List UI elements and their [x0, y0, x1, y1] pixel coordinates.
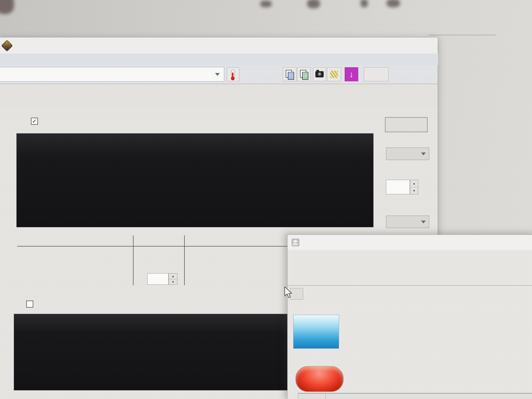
stepper-up-button[interactable]: [410, 180, 418, 187]
cdi-drive-strip: [288, 262, 532, 286]
photo-blur-blob: [260, 1, 272, 7]
copy-image-icon: [300, 70, 308, 79]
thermometer-icon: [231, 70, 235, 79]
table-divider: [184, 235, 185, 285]
export-icon: [330, 71, 338, 78]
down-arrow-icon: ↓: [349, 70, 354, 78]
maximize-button[interactable]: [393, 42, 407, 51]
stepper-up-button[interactable]: [169, 274, 177, 279]
transfer-rate-chart: [16, 133, 374, 227]
screenshot-button[interactable]: [313, 67, 326, 81]
copy-text-button[interactable]: [283, 67, 296, 81]
block-size-checkbox[interactable]: [26, 301, 33, 308]
cdi-titlebar[interactable]: [288, 235, 532, 250]
tab-row-upper: [0, 85, 438, 97]
file-length-stepper: [410, 180, 418, 194]
hdtune-titlebar[interactable]: [0, 37, 438, 54]
background-edge-line: [429, 35, 496, 35]
health-status-box[interactable]: [293, 315, 339, 349]
close-button[interactable]: [410, 42, 423, 51]
cdi-menubar: [288, 250, 532, 262]
start-button[interactable]: [385, 117, 428, 132]
copy-image-button[interactable]: [297, 67, 311, 81]
cdi-app-icon: [292, 239, 299, 246]
minimize-button[interactable]: [376, 42, 390, 51]
transfer-rate-checkbox[interactable]: [31, 118, 38, 125]
target-drive-select[interactable]: [386, 148, 429, 160]
save-results-button[interactable]: [327, 67, 341, 81]
hdtune-app-icon: [1, 40, 13, 51]
file-length-input[interactable]: [386, 180, 410, 194]
data-mode-select[interactable]: [386, 216, 429, 228]
chevron-down-icon: [421, 221, 426, 223]
copy-icon: [286, 70, 294, 79]
stepper-down-button[interactable]: [410, 187, 418, 194]
queue-depth-input[interactable]: [147, 273, 169, 285]
queue-depth-stepper: [169, 273, 177, 285]
temperature-button[interactable]: [227, 67, 239, 81]
toolbar-separator: [0, 84, 438, 84]
mouse-cursor: [284, 287, 293, 298]
chevron-down-icon: [421, 152, 426, 155]
temperature-box: [295, 366, 344, 392]
table-header-line: [17, 246, 287, 247]
smart-table-header: [298, 393, 532, 399]
tab-row-lower: [0, 97, 438, 108]
stepper-down-button[interactable]: [169, 279, 177, 285]
photo-blur-blob: [307, 0, 320, 8]
exit-button[interactable]: [364, 67, 388, 81]
photo-blur-blob: [387, 0, 400, 7]
table-divider: [133, 235, 134, 285]
chevron-down-icon: [215, 73, 220, 76]
hdtune-menubar: [0, 54, 438, 65]
photo-blur-blob: [0, 0, 14, 14]
photo-blur-blob: [361, 0, 368, 7]
smart-header-divider: [325, 394, 326, 399]
hdtune-toolbar: ↓: [0, 65, 438, 83]
drive-select[interactable]: [0, 67, 224, 82]
download-button[interactable]: ↓: [345, 67, 358, 81]
crystaldiskinfo-window: [287, 235, 532, 399]
camera-icon: [315, 71, 324, 77]
